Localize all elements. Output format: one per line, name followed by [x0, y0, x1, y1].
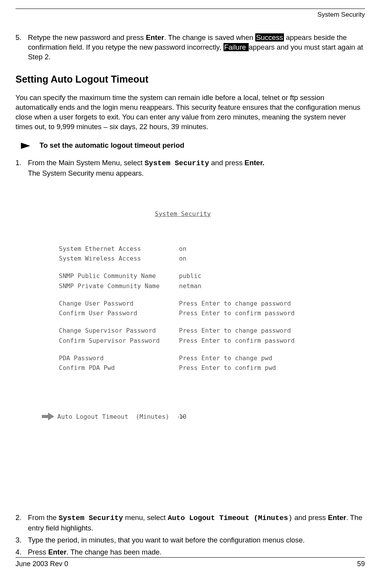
procedure-title: To set the automatic logout timeout peri… — [40, 141, 184, 150]
menu-name: System Security — [144, 159, 209, 168]
step-number: 2. — [15, 513, 28, 533]
screen-field-label: SNMP Private Community Name — [59, 281, 179, 291]
screen-field-label: Change User Password — [59, 299, 179, 308]
menu-name: System Security — [58, 514, 123, 522]
screen-field-value: public — [179, 271, 201, 281]
screen-field-label: Confirm User Password — [59, 308, 179, 318]
screen-field-value: Press Enter to confirm password — [179, 308, 295, 318]
pointer-arrow-icon — [42, 393, 57, 440]
page-header: System Security — [15, 10, 365, 19]
screen-row: SNMP Private Community Namenetman — [40, 281, 334, 291]
screen-row: System Ethernet Accesson — [40, 244, 334, 254]
screen-row: PDA PasswordPress Enter to change pwd — [40, 353, 334, 363]
screen-title: System Security — [32, 209, 334, 219]
screen-field-label: System Ethernet Access — [59, 244, 179, 254]
svg-marker-0 — [21, 143, 30, 149]
screen-field-value: 10 — [179, 412, 186, 422]
svg-marker-1 — [42, 413, 54, 420]
text: The System Security menu appears. — [28, 169, 144, 177]
screen-field-label: Change Supervisor Password — [59, 326, 179, 335]
badge-success: Success — [255, 33, 284, 41]
screen-field-label: SNMP Public Community Name — [59, 271, 179, 281]
key-enter: Enter — [328, 513, 346, 522]
footer-page-number: 59 — [357, 559, 365, 568]
text: Type the period, in minutes, that you wa… — [28, 536, 365, 545]
screen-field-label: PDA Password — [59, 353, 179, 363]
step-number: 5. — [15, 33, 28, 62]
step-number: 3. — [15, 536, 28, 545]
text: From the Main System Menu, select — [28, 159, 144, 167]
key-enter: Enter. — [244, 159, 264, 167]
footer-date: June 2003 Rev 0 — [15, 559, 68, 568]
text: . The change has been made. — [67, 548, 162, 556]
screen-row: Change User PasswordPress Enter to chang… — [40, 299, 334, 308]
key-enter: Enter — [146, 33, 164, 41]
screen-row: SNMP Public Community Namepublic — [40, 271, 334, 281]
screen-field-value: Press Enter to change password — [179, 299, 291, 308]
screen-row: Confirm PDA PwdPress Enter to confirm pw… — [40, 363, 334, 373]
screen-field-value: Press Enter to confirm password — [179, 336, 295, 346]
procedure-arrow-icon — [21, 142, 40, 150]
screen-row: Change Supervisor PasswordPress Enter to… — [40, 326, 334, 335]
text: ) — [288, 514, 292, 522]
step-5: 5. Retype the new password and press Ent… — [15, 33, 365, 62]
step-number: 1. — [15, 158, 28, 178]
screen-row: Confirm User PasswordPress Enter to conf… — [40, 308, 334, 318]
intro-paragraph: You can specify the maximum time the sys… — [15, 93, 365, 132]
step-number: 4. — [15, 548, 28, 557]
screen-field-label: Confirm PDA Pwd — [59, 363, 179, 373]
text: Press — [28, 548, 48, 556]
text: Retype the new password and press — [28, 33, 146, 41]
text: and press — [209, 159, 245, 167]
badge-failure: Failure — [224, 43, 249, 51]
screen-field-value: on — [179, 244, 186, 254]
text: and press — [292, 513, 328, 522]
screen-field-label: System Wireless Access — [59, 254, 179, 263]
step-3: 3. Type the period, in minutes, that you… — [15, 536, 365, 545]
screen-field-value: Press Enter to change password — [179, 326, 291, 335]
step-4: 4. Press Enter. The change has been made… — [15, 548, 365, 557]
terminal-screenshot: System Security System Ethernet Accesson… — [40, 189, 334, 506]
text: . The change is saved when — [164, 33, 255, 41]
screen-field-value: Press Enter to change pwd — [179, 353, 272, 363]
screen-field-value: netman — [179, 281, 201, 291]
text: menu, select — [123, 513, 168, 522]
screen-field-label: Confirm Supervisor Password — [59, 336, 179, 346]
screen-row: Confirm Supervisor PasswordPress Enter t… — [40, 336, 334, 346]
menu-option: Auto Logout Timeout (Minutes — [168, 514, 288, 522]
screen-row: System Wireless Accesson — [40, 254, 334, 263]
key-enter: Enter — [48, 548, 66, 556]
step-2: 2. From the System Security menu, select… — [15, 513, 365, 533]
screen-field-value: Press Enter to confirm pwd — [179, 363, 276, 373]
step-1: 1. From the Main System Menu, select Sys… — [15, 158, 365, 178]
page-footer: June 2003 Rev 0 59 — [15, 557, 365, 568]
section-heading: Setting Auto Logout Timeout — [15, 73, 365, 86]
text: From the — [28, 513, 58, 522]
screen-field-label: Auto Logout Timeout (Minutes) -> — [57, 412, 179, 422]
screen-field-value: on — [179, 254, 186, 263]
